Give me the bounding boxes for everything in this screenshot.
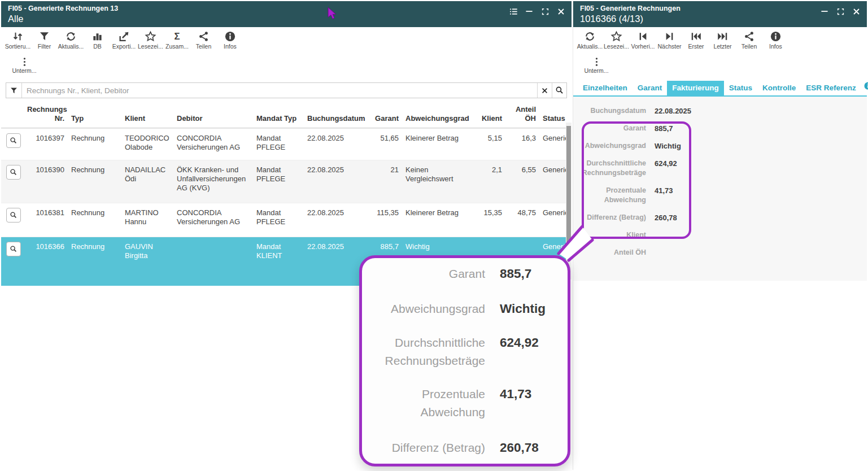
share-label: Teilen xyxy=(196,43,211,50)
submenu-button[interactable]: Unterm... xyxy=(9,56,40,74)
field-label: Abweichungsgrad xyxy=(579,141,646,151)
field-value: 885,7 xyxy=(655,124,673,133)
close-icon[interactable] xyxy=(556,6,566,16)
callout-label: Garant xyxy=(372,265,485,283)
field-value: Wichtig xyxy=(655,141,681,151)
info-button[interactable]: Infos xyxy=(217,30,243,50)
list-view-icon[interactable] xyxy=(508,6,518,16)
cell-abweichung: Kleinerer Betrag xyxy=(402,129,477,160)
refresh-button[interactable]: Aktualis... xyxy=(577,30,603,50)
col-header-klient[interactable]: Klient xyxy=(121,113,173,124)
refresh-label: Aktualis... xyxy=(577,43,603,50)
callout-field-differenz: Differenz (Betrag) 260,78 xyxy=(372,439,554,457)
callout-value: Wichtig xyxy=(500,300,546,318)
tab-garant[interactable]: Garant xyxy=(633,81,668,95)
col-header-abweichungsgrad[interactable]: Abweichungsgrad xyxy=(402,113,477,124)
row-magnifier-button[interactable] xyxy=(6,208,21,223)
sort-button[interactable]: Sortieru... xyxy=(5,30,31,50)
tab-status[interactable]: Status xyxy=(724,81,757,95)
maximize-icon[interactable] xyxy=(540,6,550,16)
cell-klient-num: 5,15 xyxy=(477,129,505,160)
field-label: Garant xyxy=(579,124,646,133)
bookmark-button[interactable]: Lesezei... xyxy=(137,30,164,50)
last-button[interactable]: Letzter xyxy=(709,30,736,50)
export-button[interactable]: Exporti... xyxy=(111,30,137,50)
refresh-button[interactable]: Aktualis... xyxy=(58,30,84,50)
col-header-klient-num[interactable]: Klient xyxy=(477,113,505,124)
left-toolbar: Sortieru... Filter Aktualis... DB Export… xyxy=(1,27,572,54)
search-input[interactable] xyxy=(22,83,537,98)
last-label: Letzter xyxy=(713,43,731,50)
vertical-scrollbar[interactable] xyxy=(566,123,572,280)
tab-fakturierung[interactable]: Fakturierung xyxy=(667,81,724,95)
field-label: Differenz (Betrag) xyxy=(579,213,646,223)
cell-typ: Rechnung xyxy=(68,129,121,160)
field-abweichungsgrad: Abweichungsgrad Wichtig xyxy=(579,141,861,151)
col-header-typ[interactable]: Typ xyxy=(68,113,121,124)
previous-button[interactable]: Vorheri... xyxy=(630,30,656,50)
col-header-rechnungs-nr[interactable]: Rechnungs Nr. xyxy=(24,104,68,124)
cell-mandat: Mandat PFLEGE xyxy=(253,203,304,237)
search-icon[interactable] xyxy=(552,83,566,98)
tab-einzelheiten[interactable]: Einzelheiten xyxy=(578,81,633,95)
refresh-label: Aktualis... xyxy=(58,43,84,50)
submenu-button[interactable]: Unterm... xyxy=(581,56,612,74)
filter-button[interactable]: Filter xyxy=(31,30,58,50)
tab-esr-referenz[interactable]: ESR Referenz xyxy=(801,81,861,95)
callout-value: 41,73 xyxy=(500,385,531,403)
db-button[interactable]: DB xyxy=(84,30,111,50)
callout-field-prozentuale: Prozentuale Abweichung 41,73 xyxy=(372,385,554,421)
cell-status: Generie xyxy=(539,160,567,203)
magnifier-callout: Garant 885,7 Abweichungsgrad Wichtig Dur… xyxy=(359,255,570,466)
first-button[interactable]: Erster xyxy=(683,30,709,50)
field-label: Anteil ÖH xyxy=(579,248,646,258)
search-clear-icon[interactable] xyxy=(537,83,552,98)
share-button[interactable]: Teilen xyxy=(190,30,217,50)
share-label: Teilen xyxy=(741,43,757,50)
search-filter-icon[interactable] xyxy=(6,83,22,98)
detail-tabs: Einzelheiten Garant Fakturierung Status … xyxy=(573,80,867,97)
tab-kontrolle[interactable]: Kontrolle xyxy=(757,81,801,95)
table-row[interactable]: 1016397 Rechnung TEODORICO Olabode CONCO… xyxy=(1,128,567,160)
submenu-label: Unterm... xyxy=(12,67,36,74)
cell-mandat: Mandat KLIENT xyxy=(253,237,304,286)
right-window-controls xyxy=(819,6,861,16)
row-magnifier-button[interactable] xyxy=(6,242,21,256)
callout-value: 885,7 xyxy=(500,265,531,283)
row-magnifier-button[interactable] xyxy=(6,165,21,180)
col-header-anteil-oeh[interactable]: Anteil ÖH xyxy=(505,104,539,124)
field-garant: Garant 885,7 xyxy=(579,124,861,133)
minimize-icon[interactable] xyxy=(524,6,534,16)
minimize-icon[interactable] xyxy=(819,6,830,16)
col-header-debitor[interactable]: Debitor xyxy=(173,113,253,124)
cell-garant: 51,65 xyxy=(367,129,402,160)
info-label: Infos xyxy=(769,43,782,50)
scrollbar-thumb[interactable] xyxy=(566,126,571,258)
next-button[interactable]: Nächster xyxy=(656,30,683,50)
col-header-status[interactable]: Status xyxy=(539,113,567,124)
cell-datum: 22.08.2025 xyxy=(304,129,367,160)
submenu-label: Unterm... xyxy=(584,67,608,74)
share-button[interactable]: Teilen xyxy=(736,30,762,50)
table-row[interactable]: 1016390 Rechnung NADAILLAC Ödi ÖKK Krank… xyxy=(1,160,567,203)
close-icon[interactable] xyxy=(851,6,861,16)
bookmark-label: Lesezei... xyxy=(604,43,629,50)
info-button[interactable]: Infos xyxy=(762,30,789,50)
field-label: Durchschnittliche Rechnungsbeträge xyxy=(579,159,646,178)
col-header-buchungsdatum[interactable]: Buchungsdatum xyxy=(304,113,367,124)
maximize-icon[interactable] xyxy=(835,6,845,16)
row-magnifier-button[interactable] xyxy=(6,133,21,148)
search-bar xyxy=(6,82,567,98)
col-header-garant[interactable]: Garant xyxy=(367,113,402,124)
left-panel-header: FI05 - Generierte Rechnungen 13 Alle xyxy=(1,1,572,27)
summary-button[interactable]: ΣZusam... xyxy=(164,30,190,50)
cell-datum: 22.08.2025 xyxy=(304,203,367,237)
bookmark-button[interactable]: Lesezei... xyxy=(603,30,630,50)
cell-debitor: ÖKK Kranken- und Unfallversicherungen AG… xyxy=(173,160,253,203)
left-window-controls xyxy=(508,6,566,16)
table-row[interactable]: 1016381 Rechnung MARTINO Hannu CONCORDIA… xyxy=(1,203,567,237)
col-header-mandat-typ[interactable]: Mandat Typ xyxy=(253,113,304,124)
sort-label: Sortieru... xyxy=(5,43,31,50)
info-label: Infos xyxy=(224,43,237,50)
tabs-info-icon[interactable] xyxy=(863,81,868,95)
